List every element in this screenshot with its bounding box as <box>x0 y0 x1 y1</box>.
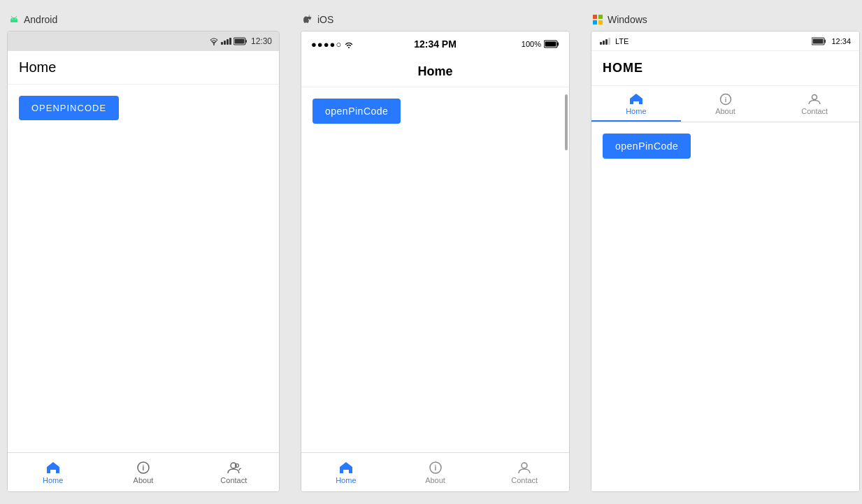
ios-title-bar: Home <box>301 57 569 87</box>
android-bottom-nav: Home i About Contact <box>8 452 279 491</box>
ios-section: iOS ●●●●○ 12:34 PM 100% <box>301 14 570 492</box>
svg-rect-22 <box>598 15 603 19</box>
battery-icon <box>234 37 247 45</box>
svg-rect-23 <box>593 20 597 24</box>
android-device-frame: 12:30 Home OPENPINCODE Home i <box>7 31 280 492</box>
contact-icon <box>226 461 241 475</box>
windows-content: openPinCode <box>591 122 859 491</box>
ios-nav-home[interactable]: Home <box>301 461 391 484</box>
ios-bottom-nav: Home i About Contact <box>301 452 569 491</box>
ios-battery-area: 100% <box>522 40 559 48</box>
ios-platform-label: iOS <box>301 14 333 25</box>
svg-rect-24 <box>598 20 603 24</box>
svg-rect-9 <box>234 39 244 44</box>
ios-scroll-indicator <box>565 94 568 150</box>
home-icon <box>45 461 61 475</box>
svg-point-4 <box>12 19 13 20</box>
android-icon <box>8 14 20 25</box>
svg-rect-26 <box>824 39 826 43</box>
windows-device-frame: LTE 12:34 HOME Home <box>591 31 860 492</box>
windows-signal-icon <box>600 38 610 45</box>
ios-battery-icon <box>544 40 559 48</box>
windows-contact-icon <box>807 93 822 106</box>
ios-open-pin-button[interactable]: openPinCode <box>313 99 401 124</box>
signal-icon <box>221 38 231 45</box>
windows-info-icon: i <box>718 93 733 106</box>
ios-info-icon: i <box>428 461 443 475</box>
ios-wifi-icon <box>344 40 354 48</box>
windows-section: Windows LTE 12:34 <box>591 14 860 492</box>
svg-text:i: i <box>724 96 726 103</box>
android-status-bar: 12:30 <box>8 31 279 51</box>
windows-open-pin-button[interactable]: openPinCode <box>603 134 691 159</box>
svg-point-5 <box>15 19 15 20</box>
android-nav-contact[interactable]: Contact <box>189 461 279 484</box>
windows-battery-time: 12:34 <box>812 37 851 45</box>
svg-text:i: i <box>434 464 436 472</box>
windows-title-bar: HOME <box>591 51 859 86</box>
android-status-icons: 12:30 <box>209 36 272 46</box>
svg-rect-27 <box>813 38 824 43</box>
svg-point-20 <box>522 463 527 468</box>
svg-point-30 <box>812 94 817 99</box>
windows-home-icon <box>628 93 644 106</box>
windows-platform-label: Windows <box>591 14 647 25</box>
ios-status-bar: ●●●●○ 12:34 PM 100% <box>301 31 569 57</box>
ios-content: openPinCode <box>301 87 569 452</box>
info-icon: i <box>136 461 151 475</box>
ios-contact-icon <box>517 461 532 475</box>
android-title-bar: Home <box>8 51 279 85</box>
svg-line-2 <box>11 16 13 17</box>
windows-status-bar: LTE 12:34 <box>591 31 859 51</box>
ios-nav-contact[interactable]: Contact <box>480 461 569 484</box>
ios-home-icon <box>338 461 354 475</box>
apple-icon <box>302 14 313 25</box>
ios-nav-about[interactable]: i About <box>391 461 480 484</box>
android-platform-label: Android <box>7 14 57 25</box>
windows-tab-bar: Home i About Contact <box>591 86 859 122</box>
android-open-pin-button[interactable]: OPENPINCODE <box>19 96 119 120</box>
ios-device-frame: ●●●●○ 12:34 PM 100% Home <box>301 31 570 492</box>
svg-rect-16 <box>557 43 559 46</box>
windows-tab-about[interactable]: i About <box>681 86 770 122</box>
svg-point-14 <box>348 47 350 48</box>
windows-tab-contact[interactable]: Contact <box>770 86 859 122</box>
android-nav-about[interactable]: i About <box>98 461 188 484</box>
wifi-icon <box>209 37 219 45</box>
windows-tab-home[interactable]: Home <box>591 86 681 122</box>
android-section: Android <box>7 14 280 492</box>
windows-signal-area: LTE <box>600 37 628 45</box>
ios-signal-area: ●●●●○ <box>311 39 354 50</box>
svg-rect-17 <box>545 42 556 47</box>
windows-battery-icon <box>812 37 827 45</box>
android-content: OPENPINCODE <box>8 85 279 452</box>
svg-rect-8 <box>245 40 247 43</box>
android-nav-home[interactable]: Home <box>8 461 98 484</box>
svg-rect-21 <box>593 15 597 19</box>
svg-line-3 <box>16 16 17 17</box>
svg-text:i: i <box>143 464 145 472</box>
windows-icon <box>592 14 603 25</box>
svg-point-6 <box>213 44 215 45</box>
